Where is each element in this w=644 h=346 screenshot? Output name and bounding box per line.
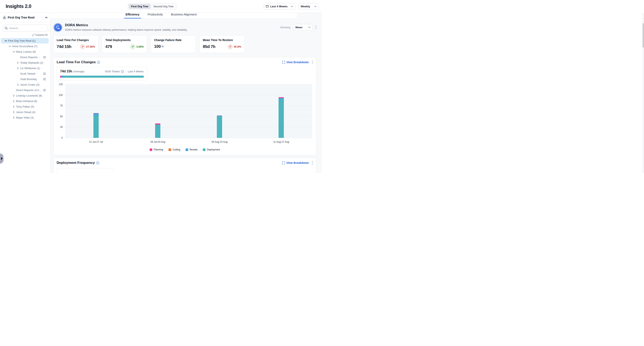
info-icon[interactable] (121, 70, 124, 73)
separator: | (126, 70, 126, 73)
chevron-right-icon[interactable] (12, 116, 15, 119)
chevron-down-icon[interactable] (8, 46, 11, 47)
filter-sliders-icon[interactable] (43, 56, 46, 59)
metric-card-total-deployments: Total Deployments479↗3.68% (102, 35, 147, 53)
metric-card-lead-time-for-changes: Lead Time For Changes74d 15h↗27.56% (53, 35, 98, 53)
search-icon (5, 27, 8, 30)
x-tick-label: 11 Aug-17 Aug (273, 140, 289, 143)
aggregation-value: Mean (296, 26, 302, 29)
tree-item-label: Jason Stead (4) (16, 111, 35, 114)
tree-item-label: Direct Reports ... (20, 56, 40, 59)
legend-item-deployment[interactable]: Deployment (203, 148, 220, 151)
legend-item-planning[interactable]: Planning (150, 148, 163, 151)
legend-item-coding[interactable]: Coding (168, 148, 180, 151)
tree-item[interactable]: Tony Pallas (5) (1, 104, 49, 109)
tree-item-label: Liz Whittome (1) (20, 67, 40, 70)
bar-stack-1 (94, 113, 99, 138)
chevron-up-icon[interactable] (45, 17, 48, 18)
granularity-select[interactable]: Weekly (298, 3, 319, 10)
metric-title: Total Deployments (105, 38, 144, 42)
metric-delta: 27.56% (86, 45, 95, 48)
chevron-right-icon[interactable] (12, 111, 15, 113)
trend-up-arrow-icon: ↗ (80, 44, 85, 49)
info-icon[interactable] (97, 61, 100, 64)
chevron-down-icon (291, 6, 293, 7)
chart-y-axis: 0255075100125 (57, 84, 64, 138)
summary-value: 74d 15h (60, 70, 72, 73)
filter-sliders-icon[interactable] (43, 89, 46, 91)
chevron-right-icon[interactable] (12, 105, 15, 108)
chevron-right-icon[interactable] (16, 67, 19, 69)
filter-sliders-icon[interactable] (43, 78, 46, 81)
filter-sliders-icon[interactable] (43, 72, 46, 75)
info-icon[interactable] (96, 161, 99, 164)
search-input[interactable] (9, 27, 46, 30)
metric-card-mean-time-to-restore: Mean Time To Restore85d 7h↗40.8% (199, 35, 245, 53)
tree-item-label: Mary Lowery (6) (16, 50, 36, 53)
search-field (2, 25, 48, 32)
tree-item[interactable]: Direct Reports ... (1, 55, 49, 60)
strip-segment-review (61, 76, 64, 78)
tree-item[interactable]: Scott Tarkett (1, 71, 49, 76)
y-tick-label: 125 (59, 83, 63, 86)
view-breakdown-link[interactable]: View Breakdown (282, 161, 309, 164)
tree-item[interactable]: Teddy Wylupski (2) (1, 60, 49, 65)
sidebar: First Org Tree Root Expand All First Org… (0, 13, 50, 173)
legend-label: Review (190, 148, 198, 151)
aggregation-select[interactable]: Mean (293, 24, 313, 31)
chevron-right-icon[interactable] (12, 95, 15, 97)
legend-item-review[interactable]: Review (186, 148, 198, 151)
tab-productivity[interactable]: Productivity (147, 13, 163, 19)
tab-efficiency[interactable]: Efficiency (125, 13, 140, 19)
tree-item[interactable]: Direct Reports of A... (1, 87, 49, 93)
tree-item[interactable]: Liz Whittome (1) (1, 65, 49, 71)
view-breakdown-link[interactable]: View Breakdown (282, 61, 309, 64)
dora-title: DORA Metrics (65, 23, 188, 27)
tab-business-alignment[interactable]: Business Alignment (170, 13, 197, 19)
tree-item[interactable]: Brian Kirkland (6) (1, 98, 49, 104)
gridline (65, 127, 312, 127)
org-toggle-option-second-org-tree[interactable]: Second Org Tree (151, 4, 176, 9)
tree-item[interactable]: Lindsay Liszewski (8) (1, 93, 49, 98)
chevron-right-icon[interactable] (12, 100, 15, 102)
chevron-down-icon[interactable] (12, 51, 15, 53)
org-tree: First Org Tree Root (1)Anna Scozzafava (… (0, 38, 50, 120)
tree-item-label: Jason Coats (3) (20, 83, 40, 86)
tree-item[interactable]: First Org Tree Root (1) (1, 38, 49, 44)
lead-time-title: Lead Time For Changes (57, 60, 96, 64)
metric-value: 85d 7h (203, 44, 216, 49)
kebab-menu-icon[interactable] (312, 161, 313, 165)
tree-item[interactable]: Todd Bromley (1, 76, 49, 82)
legend-label: Deployment (207, 148, 220, 151)
tree-item[interactable]: Mary Lowery (6) (1, 49, 49, 55)
expand-diagonal-icon (32, 34, 34, 36)
showing-label: Showing (280, 26, 290, 29)
metric-title: Lead Time For Changes (57, 38, 95, 42)
y-tick-label: 25 (60, 126, 63, 128)
tree-item-label: Lindsay Liszewski (8) (16, 94, 42, 97)
bar-segment-review (94, 113, 99, 115)
lead-time-chart: 0255075100125 21 Jul-27 Jul28 Jul-03 Aug… (57, 84, 313, 145)
breakdown-expand-icon (282, 61, 285, 64)
chevron-right-icon[interactable] (16, 62, 19, 64)
y-tick-label: 75 (60, 104, 63, 107)
expand-all-button[interactable]: Expand All (32, 34, 48, 36)
org-toggle-option-first-org-tree[interactable]: First Org Tree (128, 4, 151, 9)
gridline (65, 106, 312, 106)
tree-item[interactable]: Jason Stead (4) (1, 109, 49, 115)
date-range-select[interactable]: Last 4 Weeks (264, 3, 295, 10)
chevron-down-icon (314, 6, 316, 7)
chevron-down-icon[interactable] (4, 40, 7, 42)
kebab-menu-icon[interactable] (312, 60, 313, 64)
org-tree-root-header[interactable]: First Org Tree Root (0, 13, 50, 22)
tree-item[interactable]: Anna Scozzafava (7) (1, 44, 49, 49)
lead-time-panel: Lead Time For Changes View Breakdown (53, 57, 316, 155)
tree-item[interactable]: Jason Coats (3) (1, 82, 49, 87)
chevron-right-icon[interactable] (16, 84, 19, 86)
top-header: Insights 2.0 First Org TreeSecond Org Tr… (0, 0, 322, 13)
metric-card-change-failure-rate: Change Failure Rate100% (151, 35, 196, 53)
kebab-menu-icon[interactable] (316, 25, 316, 29)
granularity-value: Weekly (301, 5, 310, 8)
tree-item[interactable]: Maya Yette (3) (1, 115, 49, 120)
tree-item-label: First Org Tree Root (1) (8, 39, 36, 42)
